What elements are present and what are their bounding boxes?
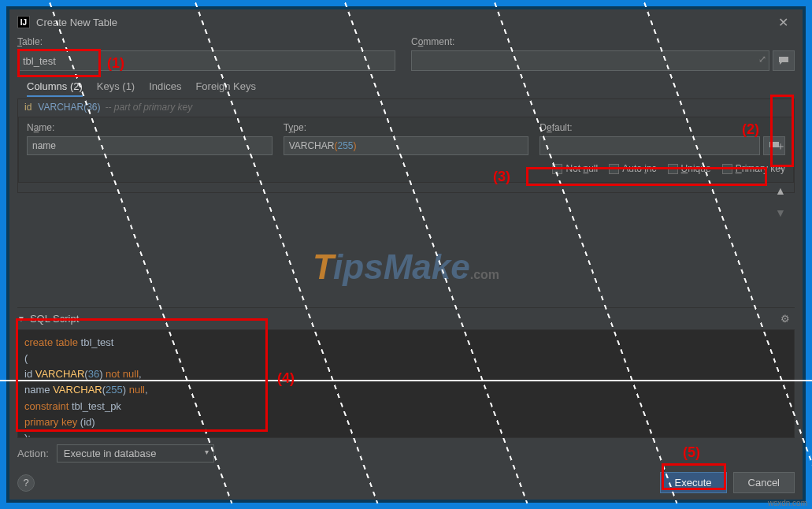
table-label: Table: [17,36,395,47]
dialog-content: Table: tbl_test Comment: ⤢ [9,35,803,500]
chevron-down-icon: ▼ [17,314,25,323]
tab-columns[interactable]: Columns (2) [27,80,83,97]
dialog-window: IJ Create New Table ✕ Table: tbl_test Co… [6,6,806,503]
comment-input[interactable] [411,50,769,71]
unique-checkbox[interactable]: Unique [668,163,711,174]
close-icon[interactable]: ✕ [772,12,795,33]
down-button[interactable]: ▼ [771,205,790,221]
column-list[interactable]: id VARCHAR(36) -- part of primary key Na… [17,98,795,193]
help-button[interactable]: ? [17,474,35,492]
cancel-button[interactable]: Cancel [733,472,795,493]
titlebar: IJ Create New Table ✕ [9,9,803,35]
comment-label: Comment: [411,36,795,47]
auto-inc-checkbox[interactable]: Auto inc [609,163,656,174]
not-null-checkbox[interactable]: Not null [552,163,598,174]
name-label: Name: [27,122,273,133]
execute-button[interactable]: Execute [660,472,727,493]
sql-script-editor[interactable]: create table tbl_test ( id VARCHAR(36) n… [17,329,795,438]
table-name-input[interactable]: tbl_test [17,50,395,71]
attribution: wsxdn.com [768,499,807,507]
tab-foreign-keys[interactable]: Foreign Keys [195,80,256,97]
watermark: TipsMake.com [313,247,499,287]
column-default-input[interactable] [539,136,760,155]
action-dropdown[interactable]: Execute in database [57,444,214,463]
tab-indices[interactable]: Indices [149,80,181,97]
app-icon: IJ [17,16,30,28]
up-button[interactable]: ▲ [771,183,790,199]
default-label: Default: [539,122,785,133]
type-label: Type: [284,122,529,133]
add-button[interactable]: ＋ [771,139,790,154]
comment-aux-button[interactable] [773,50,795,71]
side-toolbar: ＋ － ▲ ▼ [771,139,790,221]
action-label: Action: [17,448,49,459]
dialog-title: Create New Table [36,17,117,28]
column-row[interactable]: id VARCHAR(36) -- part of primary key [18,99,794,115]
column-type-input[interactable]: VARCHAR(255) [284,136,529,155]
tabs: Columns (2) Keys (1) Indices Foreign Key… [17,80,795,97]
sql-script-header[interactable]: ▼ SQL Script ⚙ [17,307,795,329]
gear-icon[interactable]: ⚙ [780,313,790,325]
tab-keys[interactable]: Keys (1) [97,80,135,97]
column-name-input[interactable]: name [27,136,273,155]
remove-button[interactable]: － [771,161,790,176]
expand-icon[interactable]: ⤢ [758,54,766,65]
